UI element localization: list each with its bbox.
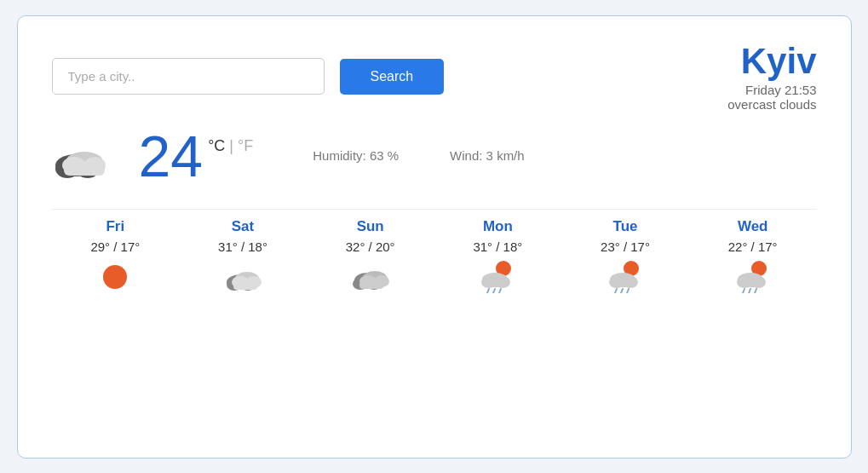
- fahrenheit-unit[interactable]: °F: [238, 137, 253, 155]
- day-temps: 32° / 20°: [346, 239, 395, 254]
- temperature-units: °C | °F: [208, 137, 253, 155]
- svg-line-37: [627, 289, 629, 293]
- humidity-stat: Humidity: 63 %: [313, 148, 399, 163]
- day-name: Tue: [613, 218, 638, 235]
- day-name: Mon: [483, 218, 513, 235]
- svg-rect-14: [233, 282, 257, 290]
- day-icon: [95, 258, 135, 292]
- forecast-day: Wed 22° / 17°: [689, 218, 817, 292]
- svg-line-45: [755, 289, 756, 293]
- svg-rect-21: [359, 281, 383, 289]
- day-name: Wed: [738, 218, 768, 235]
- city-info: Kyiv Friday 21:53 overcast clouds: [727, 42, 816, 112]
- day-name: Fri: [106, 218, 124, 235]
- svg-line-29: [499, 289, 501, 293]
- svg-line-28: [493, 289, 495, 293]
- svg-line-27: [487, 289, 489, 293]
- svg-line-44: [749, 289, 750, 293]
- city-search-input[interactable]: [52, 58, 325, 95]
- forecast-day: Mon 31° / 18°: [434, 218, 562, 292]
- svg-rect-6: [64, 165, 105, 176]
- city-name: Kyiv: [727, 42, 816, 81]
- city-description: overcast clouds: [727, 97, 816, 112]
- svg-line-35: [615, 289, 617, 293]
- wind-stat: Wind: 3 km/h: [450, 148, 525, 163]
- weather-stats: Humidity: 63 % Wind: 3 km/h: [313, 148, 524, 163]
- current-weather-row: 24 °C | °F Humidity: 63 % Wind: 3 km/h: [52, 127, 817, 185]
- unit-separator: |: [229, 137, 233, 155]
- temperature-display: 24 °C | °F: [139, 127, 254, 185]
- day-temps: 29° / 17°: [90, 239, 140, 254]
- temperature-value: 24: [139, 127, 204, 185]
- day-temps: 31° / 18°: [473, 239, 522, 254]
- day-temps: 31° / 18°: [218, 239, 267, 254]
- svg-rect-26: [483, 280, 509, 287]
- day-icon: [733, 258, 773, 292]
- day-icon: [351, 258, 390, 292]
- svg-rect-34: [611, 280, 636, 287]
- day-icon: [478, 258, 517, 292]
- forecast-day: Tue 23° / 17°: [561, 218, 689, 292]
- day-icon: [223, 258, 262, 292]
- weather-card: Search Kyiv Friday 21:53 overcast clouds: [17, 15, 852, 459]
- forecast-row: Fri 29° / 17° Sat 31° / 18° Sun 32° / 20…: [52, 209, 817, 292]
- current-weather-icon: [52, 131, 113, 181]
- svg-rect-42: [739, 280, 764, 287]
- forecast-day: Fri 29° / 17°: [52, 218, 180, 292]
- celsius-unit[interactable]: °C: [208, 137, 225, 155]
- svg-point-7: [103, 265, 127, 289]
- day-icon: [606, 258, 645, 292]
- city-time: Friday 21:53: [727, 83, 816, 97]
- day-name: Sun: [357, 218, 384, 235]
- svg-line-36: [621, 289, 623, 293]
- svg-line-43: [743, 289, 744, 293]
- search-section: Search: [52, 58, 445, 95]
- day-temps: 23° / 17°: [601, 239, 650, 254]
- search-button[interactable]: Search: [340, 59, 445, 95]
- day-name: Sat: [232, 218, 254, 235]
- forecast-day: Sun 32° / 20°: [307, 218, 434, 292]
- top-row: Search Kyiv Friday 21:53 overcast clouds: [52, 42, 817, 112]
- forecast-day: Sat 31° / 18°: [179, 218, 307, 292]
- day-temps: 22° / 17°: [728, 239, 778, 254]
